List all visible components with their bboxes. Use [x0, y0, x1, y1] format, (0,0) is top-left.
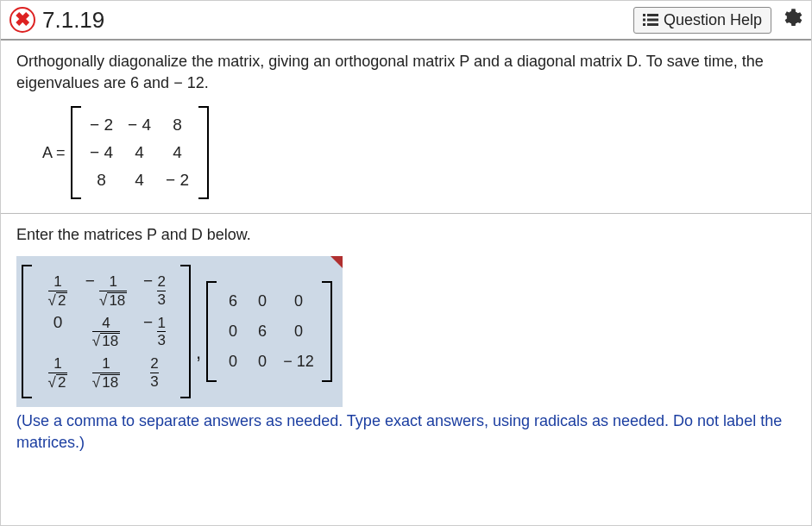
- svg-rect-2: [643, 19, 645, 22]
- mat-cell: 1√2: [34, 270, 82, 310]
- mat-cell: − 23: [130, 270, 179, 310]
- mat-cell: 4√18: [82, 311, 130, 352]
- mat-cell: − 1√18: [82, 270, 130, 310]
- svg-rect-0: [643, 14, 645, 16]
- mat-cell: 0: [277, 286, 320, 316]
- help-label: Question Help: [664, 11, 762, 29]
- mat-cell: 0: [248, 347, 277, 377]
- svg-rect-5: [647, 23, 658, 26]
- mat-cell: 6: [248, 316, 277, 347]
- mat-cell: 4: [121, 139, 159, 166]
- matrix-a-display: A = − 2− 48 − 444 84− 2: [42, 106, 796, 199]
- answer-input-box[interactable]: 1√2 − 1√18 − 23 0 4√18 − 13 1√2 1√18 23 …: [16, 256, 343, 406]
- matrix-d: 600 060 00− 12: [206, 281, 332, 382]
- question-prompt: Orthogonally diagonalize the matrix, giv…: [16, 51, 796, 94]
- mat-cell: − 13: [130, 311, 179, 352]
- enter-instruction: Enter the matrices P and D below.: [16, 226, 796, 244]
- gear-icon[interactable]: [780, 7, 803, 34]
- mat-cell: 23: [130, 352, 179, 392]
- mat-cell: − 2: [159, 166, 197, 194]
- mat-cell: 8: [83, 166, 121, 194]
- svg-rect-1: [647, 14, 658, 16]
- mat-cell: − 4: [121, 111, 159, 139]
- mat-cell: 0: [218, 316, 248, 347]
- list-icon: [643, 14, 658, 26]
- svg-rect-3: [647, 19, 658, 22]
- mat-cell: 0: [277, 316, 320, 347]
- question-content: Orthogonally diagonalize the matrix, giv…: [1, 41, 811, 460]
- mat-cell: 0: [34, 311, 82, 352]
- mat-cell: 1√18: [82, 352, 130, 392]
- mat-cell: 1√2: [34, 352, 82, 392]
- matrix-p: 1√2 − 1√18 − 23 0 4√18 − 13 1√2 1√18 23: [22, 265, 191, 398]
- answer-format-note: (Use a comma to separate answers as need…: [16, 410, 796, 454]
- question-help-button[interactable]: Question Help: [633, 7, 771, 34]
- mat-cell: − 4: [83, 139, 121, 166]
- mat-cell: 4: [121, 166, 159, 194]
- a-label: A =: [42, 144, 66, 162]
- mat-cell: 4: [159, 139, 197, 166]
- mat-cell: 8: [159, 111, 197, 139]
- question-number: 7.1.19: [42, 7, 104, 34]
- mat-cell: − 2: [83, 111, 121, 139]
- separator-comma: ,: [194, 341, 203, 364]
- incorrect-icon: ✖: [9, 7, 35, 33]
- mat-cell: 0: [248, 286, 277, 316]
- mat-cell: − 12: [277, 347, 320, 377]
- svg-rect-4: [643, 23, 645, 26]
- mat-cell: 6: [218, 286, 248, 316]
- matrix-a: − 2− 48 − 444 84− 2: [71, 106, 209, 199]
- mat-cell: 0: [218, 347, 248, 377]
- question-header: ✖ 7.1.19 Question Help: [1, 1, 811, 41]
